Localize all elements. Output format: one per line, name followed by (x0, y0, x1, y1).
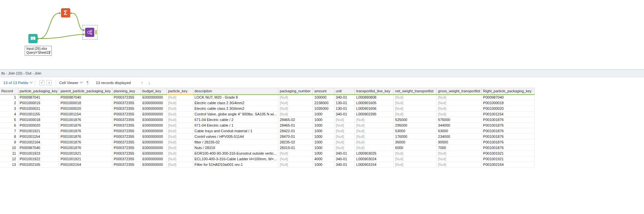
table-cell[interactable]: 340-01 (334, 111, 355, 117)
table-cell[interactable]: [Null] (437, 106, 482, 111)
workflow-canvas[interactable]: Σ Input (26).xlsx Query='Sheet1$' (0, 0, 644, 69)
table-cell[interactable]: P000372355 (112, 151, 141, 156)
table-cell[interactable]: P001000021 (18, 106, 59, 111)
table-cell[interactable]: [Null] (167, 151, 193, 156)
table-cell[interactable]: [Null] (437, 111, 482, 117)
table-cell[interactable]: Control Valve, globe angle 4" 900lbs. SA… (193, 111, 278, 117)
record-number[interactable]: 11 (0, 151, 18, 156)
table-cell[interactable]: L000902395 (355, 111, 394, 117)
table-cell[interactable]: P001002164 (18, 139, 59, 145)
table-cell[interactable]: E000000000 (141, 106, 167, 111)
pilcrow-icon[interactable]: ¶ (85, 80, 90, 85)
record-number[interactable]: 2 (0, 100, 18, 106)
table-cell[interactable]: P001001155 (18, 111, 59, 117)
table-cell[interactable]: P001001154 (18, 134, 59, 139)
table-cell[interactable]: [Null] (334, 117, 355, 123)
table-cell[interactable]: 100000 (313, 95, 334, 100)
table-cell[interactable]: 234000 (437, 134, 482, 139)
table-cell[interactable]: E000000000 (141, 139, 167, 145)
table-cell[interactable]: [Null] (437, 151, 482, 156)
table-cell[interactable]: P001001876 (59, 145, 112, 151)
table-cell[interactable]: ECL100-400-3-316-Cable Ladder H=100mm, W… (193, 156, 278, 162)
column-header[interactable]: packaging_number (278, 88, 313, 95)
table-cell[interactable]: L000901605 (355, 100, 394, 106)
record-number[interactable]: 5 (0, 117, 18, 123)
table-cell[interactable]: [Null] (278, 111, 313, 117)
table-cell[interactable]: [Null] (167, 145, 193, 151)
table-cell[interactable]: P001001876 (59, 117, 112, 123)
table-cell[interactable]: P000372355 (112, 134, 141, 139)
table-cell[interactable]: E000000000 (141, 134, 167, 139)
table-cell[interactable]: 575000 (437, 117, 482, 123)
record-number[interactable]: 4 (0, 111, 18, 117)
table-cell[interactable]: [Null] (394, 106, 437, 111)
table-cell[interactable]: [Null] (167, 117, 193, 123)
table-cell[interactable]: [Null] (167, 100, 193, 106)
table-cell[interactable]: [Null] (437, 100, 482, 106)
table-cell[interactable]: P001002165 (18, 162, 59, 168)
table-cell[interactable]: [Null] (167, 128, 193, 134)
table-cell[interactable]: P001002164 (482, 162, 535, 168)
table-cell[interactable]: P001001876 (482, 145, 535, 151)
record-number[interactable]: 10 (0, 145, 18, 151)
record-number[interactable]: 6 (0, 123, 18, 128)
record-number[interactable]: 12 (0, 156, 18, 162)
table-cell[interactable]: 340-01 (334, 162, 355, 168)
table-cell[interactable]: P001001876 (482, 134, 535, 139)
wire-summarize-to-join[interactable] (73, 13, 83, 30)
table-cell[interactable]: 63000 (437, 128, 482, 134)
input-data-tool[interactable] (28, 34, 38, 43)
table-cell[interactable]: P001001923 (18, 151, 59, 156)
table-cell[interactable]: P001000020 (59, 106, 112, 111)
table-cell[interactable]: P000372355 (112, 95, 141, 100)
table-cell[interactable]: Cable trays and Conduit material / 1 (193, 128, 278, 134)
table-cell[interactable]: 28319-01 (278, 145, 313, 151)
table-cell[interactable]: 344000 (437, 123, 482, 128)
table-cell[interactable]: P001000020 (18, 123, 59, 128)
table-cell[interactable]: L000901606 (355, 106, 394, 111)
table-cell[interactable]: 176000 (394, 134, 437, 139)
column-header[interactable]: Right_particle_packaging_key (482, 88, 535, 95)
table-cell[interactable]: 1000 (313, 145, 334, 151)
table-cell[interactable]: P000372355 (112, 156, 141, 162)
table-cell[interactable]: P001001921 (18, 128, 59, 134)
table-cell[interactable]: E000000000 (141, 100, 167, 106)
wire-input-to-join[interactable] (40, 35, 83, 39)
table-cell[interactable]: P001001876 (482, 128, 535, 134)
table-cell[interactable]: [Null] (167, 139, 193, 145)
table-cell[interactable]: P001001876 (59, 134, 112, 139)
table-cell[interactable]: [Null] (167, 162, 193, 168)
column-header[interactable]: unit (334, 88, 355, 95)
table-cell[interactable]: 130-01 (334, 106, 355, 111)
column-header[interactable]: amount (313, 88, 334, 95)
fields-dropdown[interactable]: 13 of 13 Fields (3, 81, 32, 85)
table-cell[interactable]: LOCK NUT, M20 - Grade 8 (193, 95, 278, 100)
table-cell[interactable]: EOR100-400-90-300-316-Eurostrut outside … (193, 151, 278, 156)
table-cell[interactable]: 36000 (394, 139, 437, 145)
table-cell[interactable]: 2238000 (313, 100, 334, 106)
table-cell[interactable]: E000000000 (141, 151, 167, 156)
wire-input-to-summarize[interactable] (40, 13, 59, 39)
record-number[interactable]: 3 (0, 106, 18, 111)
table-cell[interactable]: Electric cable class 2 3G6mm2 (193, 106, 278, 111)
table-cell[interactable]: P001001921 (59, 156, 112, 162)
table-cell[interactable]: P001000018 (482, 100, 535, 106)
table-cell[interactable]: P000372355 (112, 123, 141, 128)
table-cell[interactable]: Nuts / 28319 (193, 145, 278, 151)
record-number[interactable]: 7 (0, 128, 18, 134)
table-cell[interactable]: [Null] (167, 134, 193, 139)
table-cell[interactable]: Electric cable class 2 3G4mm2 (193, 100, 278, 106)
table-cell[interactable]: [Null] (355, 123, 394, 128)
table-cell[interactable]: 7000 (437, 145, 482, 151)
table-cell[interactable]: E000000000 (141, 117, 167, 123)
column-header[interactable]: particle_packaging_key (18, 88, 59, 95)
table-cell[interactable]: P001000018 (59, 100, 112, 106)
table-cell[interactable]: Filter for 51HAD10at001 rev-1 (193, 162, 278, 168)
table-cell[interactable]: P000987040 (18, 145, 59, 151)
cancel-x-icon[interactable]: × (46, 80, 52, 85)
table-cell[interactable]: [Null] (437, 162, 482, 168)
table-cell[interactable]: P001001921 (59, 151, 112, 156)
table-cell[interactable]: 53000 (394, 128, 437, 134)
table-cell[interactable]: [Null] (334, 128, 355, 134)
table-cell[interactable]: P001001154 (59, 111, 112, 117)
